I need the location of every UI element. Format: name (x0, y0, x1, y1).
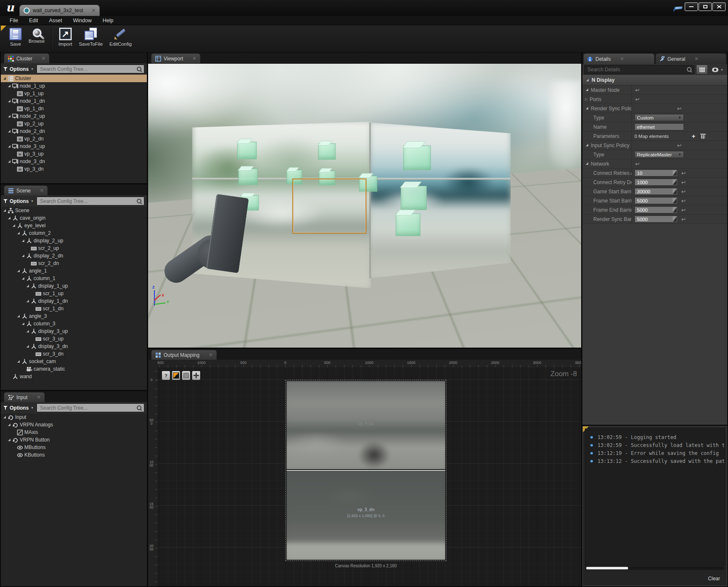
tab-details-close-icon[interactable]: ✕ (620, 57, 624, 61)
expander-icon[interactable] (26, 299, 29, 303)
tab-input[interactable]: Input ✕ (4, 392, 45, 402)
render-sync-barr-spinbox[interactable]: 5000 (634, 216, 678, 223)
tree-item-column-2[interactable]: column_2 (1, 229, 147, 237)
document-tab[interactable]: wall_curved_3x2_test ✕ (19, 5, 100, 16)
tree-item-eye-level[interactable]: eye_level (1, 222, 147, 229)
tree-item-display-1-dn[interactable]: display_1_dn (1, 297, 147, 305)
expander-icon[interactable] (3, 416, 6, 419)
maximize-button[interactable] (699, 3, 712, 11)
tree-item-maxis[interactable]: MAxis (1, 429, 147, 436)
expander-icon[interactable] (21, 239, 25, 243)
expander-icon[interactable] (3, 77, 6, 81)
transform-tool-button[interactable] (192, 371, 201, 380)
name-field[interactable]: ethernet (634, 123, 684, 130)
tree-item-socket-cam[interactable]: socket_cam (1, 358, 147, 365)
tree-item-display-3-up[interactable]: display_3_up (1, 327, 147, 335)
tree-item-node-1-dn[interactable]: node_1_dn (1, 97, 147, 105)
tree-item-scr-1-up[interactable]: scr_1_up (1, 290, 147, 297)
tree-item-wand[interactable]: wand (1, 373, 147, 380)
reset-to-default-icon[interactable]: ↩ (681, 198, 686, 204)
reset-to-default-icon[interactable]: ↩ (681, 170, 686, 176)
tree-item-column-3[interactable]: column_3 (1, 320, 147, 327)
tree-item-angle-1[interactable]: angle_1 (1, 267, 147, 275)
tab-general-close-icon[interactable]: ✕ (694, 57, 698, 61)
reset-to-default-icon[interactable]: ↩ (681, 179, 686, 185)
tree-item-node-3-up[interactable]: node_3_up (1, 143, 147, 150)
expander-icon[interactable] (7, 423, 11, 427)
expander-icon[interactable] (585, 78, 589, 82)
document-tab-close-icon[interactable]: ✕ (91, 8, 96, 13)
expander-icon[interactable] (7, 160, 11, 164)
reset-to-default-icon[interactable]: ↩ (634, 96, 640, 102)
save-button[interactable]: Save (6, 27, 25, 47)
reset-to-default-icon[interactable]: ↩ (676, 106, 682, 112)
tree-item-vp-3-up[interactable]: vp_3_up (1, 150, 147, 158)
connect-retries-a-spinbox[interactable]: 10 (634, 169, 678, 177)
tree-item-scr-2-up[interactable]: scr_2_up (1, 244, 147, 252)
minimize-button[interactable] (685, 3, 698, 11)
add-element-button[interactable]: + (692, 133, 695, 139)
tree-item-display-1-up[interactable]: display_1_up (1, 282, 147, 290)
expander-collapsed-icon[interactable]: ▷ (585, 97, 587, 101)
tab-cluster-close-icon[interactable]: ✕ (42, 56, 45, 61)
reset-to-default-icon[interactable]: ↩ (634, 161, 640, 167)
expander-icon[interactable] (7, 130, 11, 133)
menu-edit[interactable]: Edit (23, 16, 44, 25)
menu-help[interactable]: Help (97, 16, 119, 25)
tab-cluster[interactable]: Cluster ✕ (4, 53, 50, 63)
tab-details[interactable]: Details ✕ (583, 53, 655, 64)
connect-retry-de-spinbox[interactable]: 1000 (634, 179, 678, 186)
scene-options-button[interactable]: Options (10, 198, 29, 204)
expander-icon[interactable] (585, 143, 589, 147)
tree-item-display-2-dn[interactable]: display_2_dn (1, 252, 147, 260)
expander-icon[interactable] (7, 145, 11, 148)
expander-icon[interactable] (26, 284, 29, 288)
tree-item-vp-3-dn[interactable]: vp_3_dn (1, 165, 147, 173)
tree-item-vp-2-dn[interactable]: vp_2_dn (1, 135, 147, 143)
tab-viewport-close-icon[interactable]: ✕ (192, 56, 196, 61)
tab-scene-close-icon[interactable]: ✕ (40, 188, 44, 193)
type-dropdown[interactable]: ReplicateMaster▼ (634, 151, 684, 158)
reset-to-default-icon[interactable]: ↩ (681, 216, 686, 222)
tree-item-display-2-up[interactable]: display_2_up (1, 237, 147, 244)
expander-icon[interactable] (7, 99, 11, 103)
solid-fill-button[interactable] (182, 371, 190, 380)
input-options-button[interactable]: Options (10, 405, 29, 411)
tree-item-node-2-dn[interactable]: node_2_dn (1, 127, 147, 135)
tree-item-mbuttons[interactable]: MButtons (1, 444, 147, 451)
viewport-preview-bottom[interactable]: vp_3_dn [1,920 x 1,080] @ 0, 0 (287, 470, 445, 560)
tree-item-vrpn-analogs[interactable]: VRPN Analogs (1, 421, 147, 429)
expander-icon[interactable] (7, 438, 11, 442)
tree-item-vp-1-up[interactable]: vp_1_up (1, 90, 147, 97)
viewport-preview-top[interactable]: vp_3_up (287, 381, 445, 469)
expander-icon[interactable] (16, 231, 20, 235)
reset-to-default-icon[interactable]: ↩ (634, 87, 640, 93)
frame-start-barri-spinbox[interactable]: 5000 (634, 197, 678, 204)
expander-icon[interactable] (16, 269, 20, 273)
reset-to-default-icon[interactable]: ↩ (681, 189, 686, 195)
tab-viewport[interactable]: Viewport ✕ (151, 53, 201, 63)
expander-icon[interactable] (585, 106, 589, 110)
tree-item-input[interactable]: Input (1, 413, 147, 421)
tree-item-cave-origin[interactable]: cave_origin (1, 214, 147, 222)
expander-icon[interactable] (7, 84, 11, 88)
tree-item-kbuttons[interactable]: KButtons (1, 451, 147, 459)
expander-icon[interactable] (7, 216, 11, 220)
tab-general[interactable]: General ✕ (655, 53, 727, 64)
tree-item-angle-3[interactable]: angle_3 (1, 312, 147, 320)
tree-item-node-2-up[interactable]: node_2_up (1, 112, 147, 120)
viewport-3d-canvas[interactable]: Z X Y (148, 64, 581, 348)
tree-item-scene[interactable]: Scene (1, 207, 147, 214)
tab-scene[interactable]: Scene ✕ (4, 185, 48, 195)
tab-output-mapping-close-icon[interactable]: ✕ (209, 353, 212, 357)
expander-icon[interactable] (585, 88, 589, 92)
tree-item-column-1[interactable]: column_1 (1, 275, 147, 282)
expander-icon[interactable] (26, 345, 29, 348)
property-matrix-button[interactable] (696, 65, 708, 75)
expander-icon[interactable] (16, 314, 20, 318)
input-search-input[interactable] (37, 405, 144, 411)
tree-item-scr-3-dn[interactable]: scr_3_dn (1, 350, 147, 358)
tree-item-camera-static[interactable]: camera_static (1, 365, 147, 373)
editconfig-button[interactable]: EditConfig (106, 27, 135, 47)
help-button[interactable]: ? (162, 371, 170, 380)
